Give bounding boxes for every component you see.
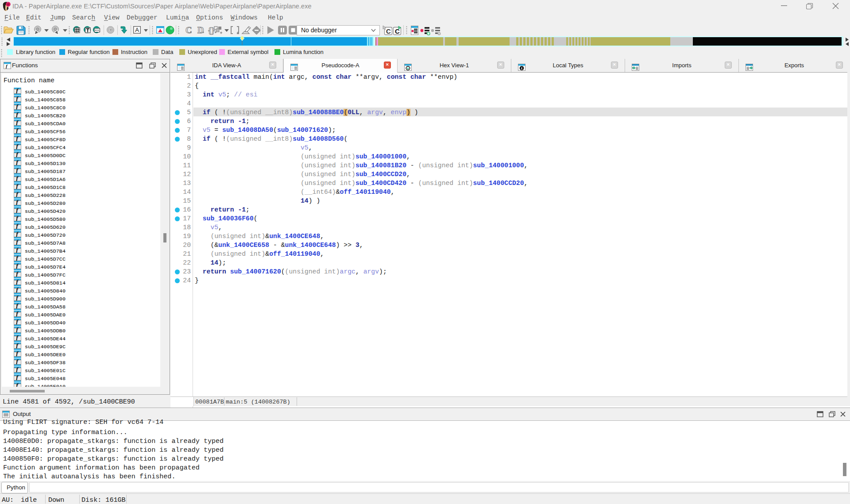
svg-text:C: C xyxy=(185,26,192,35)
svg-text:C: C xyxy=(386,27,391,35)
svg-text:A: A xyxy=(135,27,139,33)
svg-text:D: D xyxy=(197,26,204,35)
